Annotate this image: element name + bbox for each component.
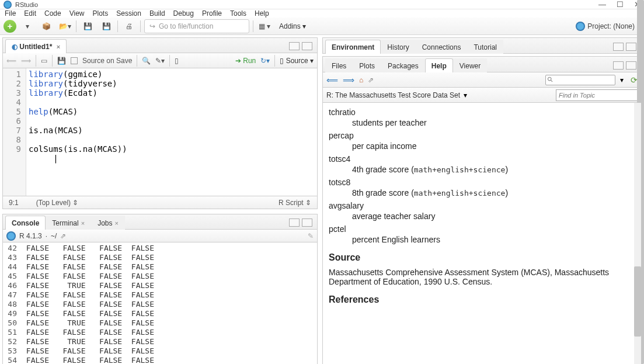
help-back-icon[interactable]: ⟸ bbox=[326, 75, 338, 85]
minimize-button[interactable]: — bbox=[598, 0, 606, 9]
console-output[interactable]: 42 43 44 45 46 47 48 49 50 51 52 53 54 F… bbox=[3, 242, 317, 364]
source-on-save-checkbox[interactable] bbox=[71, 57, 78, 64]
help-term: percap bbox=[329, 131, 635, 140]
tab-history[interactable]: History bbox=[381, 40, 415, 54]
menu-file[interactable]: File bbox=[5, 9, 16, 18]
new-file-dropdown-icon[interactable]: ▾ bbox=[20, 19, 35, 33]
help-content[interactable]: tchratiostudents per teacherpercapper ca… bbox=[323, 103, 641, 364]
help-search-input[interactable] bbox=[545, 75, 615, 85]
pane-minimize-icon[interactable] bbox=[613, 43, 624, 51]
help-term: totsc4 bbox=[329, 154, 635, 164]
menu-code[interactable]: Code bbox=[44, 9, 61, 18]
help-fwd-icon[interactable]: ⟹ bbox=[343, 75, 354, 85]
source-on-save-label: Source on Save bbox=[82, 57, 132, 65]
tab-files[interactable]: Files bbox=[325, 58, 353, 72]
close-icon[interactable]: × bbox=[115, 220, 119, 227]
help-desc: students per teacher bbox=[352, 118, 635, 127]
source-button[interactable]: ▯ Source ▾ bbox=[280, 57, 314, 65]
scope-picker[interactable]: (Top Level) ⇕ bbox=[36, 199, 79, 207]
help-popout-icon[interactable]: ⇗ bbox=[368, 76, 374, 84]
menu-profile[interactable]: Profile bbox=[202, 9, 222, 18]
nav-back-icon[interactable]: ⟸ bbox=[6, 57, 16, 65]
editor-body[interactable]: 123456789 library(ggmice) library(tidyve… bbox=[3, 68, 317, 196]
tab-environment[interactable]: Environment bbox=[325, 40, 381, 54]
tab-viewer[interactable]: Viewer bbox=[453, 58, 487, 72]
find-icon[interactable]: 🔍 bbox=[142, 57, 151, 65]
save-file-icon[interactable]: 💾 bbox=[57, 57, 66, 65]
rscript-icon: ◐ bbox=[12, 43, 18, 51]
popout-icon[interactable]: ▭ bbox=[41, 57, 47, 65]
help-nav-toolbar: ⟸ ⟹ ⌂ ⇗ ▾ ⟳ bbox=[323, 72, 641, 88]
menu-view[interactable]: View bbox=[69, 9, 85, 18]
help-term: tchratio bbox=[329, 108, 635, 117]
help-home-icon[interactable]: ⌂ bbox=[359, 76, 363, 84]
menu-tools[interactable]: Tools bbox=[230, 9, 246, 18]
nav-fwd-icon[interactable]: ⟹ bbox=[21, 57, 31, 65]
tab-help[interactable]: Help bbox=[425, 58, 453, 72]
working-dir[interactable]: ~/ bbox=[51, 232, 57, 240]
window-title: RStudio bbox=[15, 1, 38, 8]
search-dropdown-icon[interactable]: ▾ bbox=[620, 76, 624, 84]
close-icon[interactable]: × bbox=[81, 220, 85, 227]
menu-session[interactable]: Session bbox=[116, 9, 141, 18]
pane-maximize-icon[interactable] bbox=[626, 61, 636, 70]
help-desc: per capita income bbox=[352, 141, 635, 151]
rerun-icon[interactable]: ↻▾ bbox=[260, 57, 270, 65]
pane-minimize-icon[interactable] bbox=[289, 219, 300, 227]
tab-console[interactable]: Console bbox=[5, 216, 46, 230]
tab-jobs[interactable]: Jobs× bbox=[91, 216, 125, 230]
r-logo-icon bbox=[6, 231, 16, 241]
code-area[interactable]: library(ggmice) library(tidyverse) libra… bbox=[26, 68, 317, 196]
menu-edit[interactable]: Edit bbox=[24, 9, 36, 18]
editor-toolbar: ⟸ ⟹ ▭ 💾 Source on Save 🔍 ✎▾ ▯ ➔ Run ↻▾ ▯… bbox=[3, 53, 317, 68]
run-button[interactable]: ➔ Run bbox=[235, 57, 256, 65]
tab-packages[interactable]: Packages bbox=[381, 58, 425, 72]
new-file-button[interactable]: + bbox=[4, 20, 16, 33]
help-source-heading: Source bbox=[329, 252, 635, 263]
help-source-text: Massachusetts Comprehensive Assessment S… bbox=[329, 268, 635, 286]
help-desc: percent English learners bbox=[352, 235, 635, 244]
addins-menu[interactable]: Addins ▾ bbox=[276, 22, 309, 30]
save-all-button[interactable]: 💾 bbox=[99, 19, 114, 33]
help-tabs: Files Plots Packages Help Viewer bbox=[322, 56, 642, 72]
pane-minimize-icon[interactable] bbox=[289, 42, 300, 50]
help-topic-title: R: The Massachusetts Test Score Data Set bbox=[326, 91, 460, 99]
goto-placeholder: Go to file/function bbox=[159, 22, 213, 30]
compile-icon[interactable]: ▯ bbox=[175, 57, 179, 65]
open-file-button[interactable]: 📂▾ bbox=[57, 19, 72, 33]
project-menu[interactable]: Project: (None) ▾ bbox=[576, 22, 640, 31]
grid-button[interactable]: ▦ ▾ bbox=[257, 19, 272, 33]
console-toolbar: R 4.1.3 · ~/ ⇗ ✎ bbox=[3, 230, 317, 242]
goto-file-function-input[interactable]: ↪ Go to file/function bbox=[144, 19, 249, 33]
lang-picker[interactable]: R Script ⇕ bbox=[279, 199, 311, 207]
topic-dropdown-icon[interactable]: ▾ bbox=[464, 91, 467, 99]
pane-maximize-icon[interactable] bbox=[302, 42, 312, 50]
pane-maximize-icon[interactable] bbox=[302, 219, 312, 227]
maximize-button[interactable]: ☐ bbox=[617, 0, 624, 9]
new-project-button[interactable]: 📦 bbox=[39, 19, 54, 33]
menu-plots[interactable]: Plots bbox=[93, 9, 109, 18]
broom-icon[interactable]: ✎ bbox=[308, 232, 314, 240]
close-tab-icon[interactable]: × bbox=[57, 43, 60, 50]
find-in-topic-input[interactable] bbox=[556, 89, 638, 101]
rstudio-logo-icon bbox=[4, 1, 12, 9]
wd-popout-icon[interactable]: ⇗ bbox=[60, 232, 66, 240]
menu-build[interactable]: Build bbox=[149, 9, 165, 18]
wand-icon[interactable]: ✎▾ bbox=[155, 57, 165, 65]
tab-terminal[interactable]: Terminal× bbox=[46, 216, 91, 230]
source-pane: ◐ Untitled1* × ⟸ ⟹ ▭ 💾 Source on Save bbox=[2, 37, 318, 209]
goto-icon: ↪ bbox=[149, 22, 155, 30]
menu-debug[interactable]: Debug bbox=[173, 9, 194, 18]
menu-help[interactable]: Help bbox=[255, 9, 269, 18]
tab-tutorial[interactable]: Tutorial bbox=[467, 40, 503, 54]
help-term: totsc8 bbox=[329, 178, 635, 187]
help-refs-heading: References bbox=[329, 294, 635, 305]
print-button[interactable]: 🖨 bbox=[121, 19, 137, 33]
tab-connections[interactable]: Connections bbox=[416, 40, 468, 54]
save-button[interactable]: 💾 bbox=[80, 19, 95, 33]
source-tab-untitled1[interactable]: ◐ Untitled1* × bbox=[5, 39, 67, 53]
help-scrollbar[interactable] bbox=[634, 103, 641, 364]
pane-minimize-icon[interactable] bbox=[613, 61, 624, 70]
tab-plots[interactable]: Plots bbox=[353, 58, 381, 72]
pane-maximize-icon[interactable] bbox=[626, 43, 636, 51]
